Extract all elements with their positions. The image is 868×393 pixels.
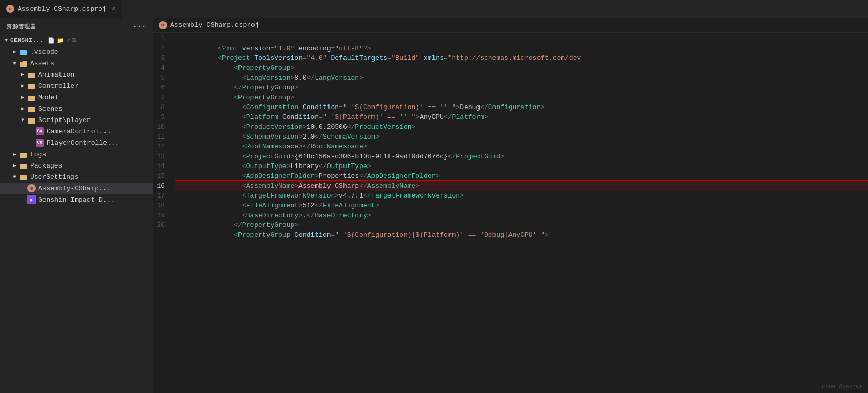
code-line-10: <SchemaVersion>2.0</SchemaVersion> [175,122,868,132]
line-num-10: 10 [153,122,169,132]
packages-arrow-icon: ▶ [10,162,19,169]
sidebar-root-label: GENSHI... [10,37,43,43]
line-num-15: 15 [153,171,169,181]
root-arrow-icon: ▼ [2,37,10,43]
sidebar-item-player-controller[interactable]: C# PlayerControlle... [0,137,153,148]
sidebar-item-camera-control[interactable]: C# CameraControl... [0,126,153,137]
code-area[interactable]: <?xml version="1.0" encoding="utf-8"?> <… [175,33,868,393]
svg-rect-7 [28,118,35,124]
refresh-icon[interactable]: ↺ [66,37,70,44]
animation-label: Animation [38,71,74,79]
editor-content[interactable]: 1 2 3 4 5 6 7 8 9 10 11 12 13 14 15 16 1… [153,33,868,393]
sidebar-item-genshin-impact[interactable]: ▶ Genshin Impact D... [0,194,153,205]
player-controller-icon: C# [35,138,44,147]
sidebar-item-animation[interactable]: ▶ Animation [0,69,153,80]
assembly-csharp-icon: ⚙ [27,184,36,193]
user-settings-folder-icon [19,172,28,182]
vscode-arrow-icon: ▶ [10,49,19,55]
code-line-2: <Project ToolsVersion="4.0" DefaultTarge… [175,43,868,53]
line-num-11: 11 [153,132,169,142]
code-line-9: <ProductVersion>10.0.20506</ProductVersi… [175,112,868,122]
new-folder-icon[interactable]: 📁 [57,37,64,44]
sidebar-item-scenes[interactable]: ▶ Scenes [0,103,153,114]
model-arrow-icon: ▶ [19,94,27,100]
code-line-18: <BaseDirectory>.</BaseDirectory> [175,201,868,210]
code-line-7: <Configuration Condition=" '$(Configurat… [175,93,868,102]
camera-control-label: CameraControl... [47,128,111,135]
sidebar-item-user-settings[interactable]: ▼ UserSettings [0,171,153,183]
svg-rect-4 [28,84,35,89]
line-num-7: 7 [153,93,169,102]
code-line-3: <PropertyGroup> [175,53,868,63]
sidebar-item-assets[interactable]: ▼ Assets [0,57,153,69]
code-line-8: <Platform Condition=" '$(Platform)' == '… [175,102,868,112]
line-num-6: 6 [153,83,169,93]
watermark: CSDN @gestwr [822,384,863,390]
line-num-16: 16 [153,181,169,191]
line-num-13: 13 [153,152,169,161]
vscode-label: .vscode [30,48,58,56]
code-line-4: <LangVersion>8.0</LangVersion> [175,63,868,73]
svg-rect-1 [20,50,23,52]
animation-arrow-icon: ▶ [19,71,27,78]
code-line-17: <FileAlignment>512</FileAlignment> [175,191,868,201]
svg-rect-5 [28,96,35,101]
scenes-folder-icon [27,104,36,113]
sidebar-item-model[interactable]: ▶ Model [0,92,153,103]
code-line-12: <ProjectGuid>{618c156a-c306-b10b-9f1f-9a… [175,142,868,152]
sidebar-item-vscode[interactable]: ▶ .vscode [0,46,153,57]
sidebar-header: 资源管理器 ··· [0,18,153,35]
editor-area: ⚙ Assembly-CSharp.csproj 1 2 3 4 5 6 7 8… [153,18,868,393]
tab-close-button[interactable]: × [112,5,116,13]
editor-breadcrumb: ⚙ Assembly-CSharp.csproj [153,18,868,33]
svg-rect-10 [20,175,27,180]
code-line-14: <AppDesignerFolder>Properties</AppDesign… [175,161,868,171]
code-line-11: <RootNamespace></RootNamespace> [175,132,868,142]
sidebar-item-logs[interactable]: ▶ Logs [0,148,153,160]
script-player-label: Script\player [38,116,91,124]
code-line-6: <PropertyGroup> [175,83,868,93]
script-player-arrow-icon: ▼ [19,117,27,123]
sidebar: 资源管理器 ··· ▼ GENSHI... 📄 📁 ↺ ⧉ ▶ .vscode … [0,18,153,393]
sidebar-header-actions: ··· [132,22,146,31]
collapse-icon[interactable]: ⧉ [72,37,76,43]
line-num-2: 2 [153,43,169,53]
code-line-19: </PropertyGroup> [175,210,868,220]
tab-assembly-csharp[interactable]: ⚙ Assembly-CSharp.csproj × [0,0,123,18]
breadcrumb-icon: ⚙ [159,21,167,29]
new-file-icon[interactable]: 📄 [48,37,55,44]
vscode-folder-icon [19,47,28,56]
scenes-arrow-icon: ▶ [19,105,27,112]
sidebar-title: 资源管理器 [6,23,36,31]
camera-control-icon: C# [35,127,44,136]
sidebar-item-controller[interactable]: ▶ Controller [0,80,153,92]
assembly-csharp-label: Assembly-CSharp... [38,185,111,192]
code-line-15: <AssemblyName>Assembly-CSharp</AssemblyN… [175,171,868,181]
sidebar-item-assembly-csharp[interactable]: ⚙ Assembly-CSharp... [0,183,153,194]
sidebar-root-item[interactable]: ▼ GENSHI... 📄 📁 ↺ ⧉ [0,35,153,46]
logs-arrow-icon: ▶ [10,151,19,157]
line-num-19: 19 [153,210,169,220]
packages-label: Packages [30,162,62,170]
tab-label: Assembly-CSharp.csproj [18,5,107,13]
svg-rect-3 [28,73,35,78]
svg-rect-9 [20,164,27,169]
line-num-20: 20 [153,220,169,230]
breadcrumb-text: Assembly-CSharp.csproj [170,21,259,29]
line-num-12: 12 [153,142,169,152]
controller-folder-icon [27,81,36,90]
script-player-folder-icon [27,115,36,125]
line-num-3: 3 [153,53,169,63]
line-num-5: 5 [153,73,169,83]
animation-folder-icon [27,70,36,79]
code-line-20: <PropertyGroup Condition=" '$(Configurat… [175,220,868,230]
controller-label: Controller [38,82,79,90]
line-num-4: 4 [153,63,169,73]
svg-rect-2 [20,62,27,67]
assets-folder-icon [19,58,28,68]
model-label: Model [38,94,58,101]
more-options-icon[interactable]: ··· [132,22,146,31]
sidebar-item-packages[interactable]: ▶ Packages [0,160,153,171]
sidebar-item-script-player[interactable]: ▼ Script\player [0,114,153,126]
scenes-label: Scenes [38,105,63,113]
